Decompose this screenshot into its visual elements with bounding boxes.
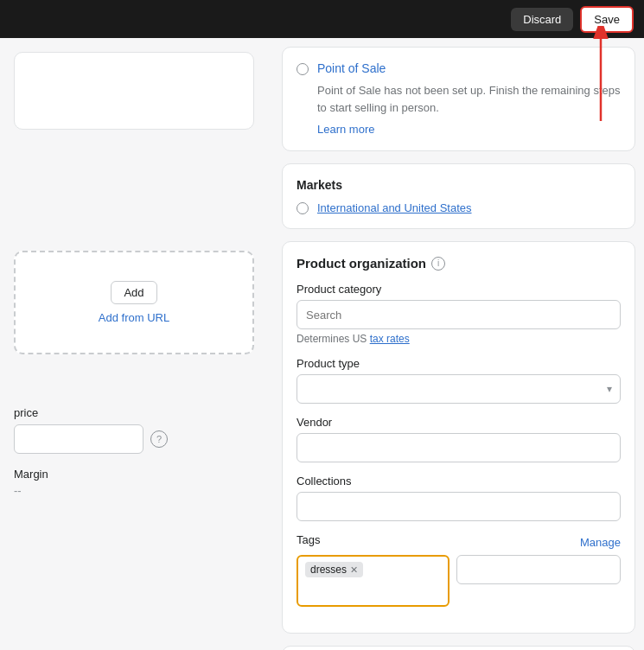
- vendor-group: Vendor: [296, 416, 621, 462]
- tag-value: dresses: [310, 564, 347, 576]
- top-bar: Discard Save: [0, 0, 644, 38]
- product-category-group: Product category Determines US tax rates: [296, 283, 621, 345]
- help-icon[interactable]: ?: [150, 430, 168, 448]
- tags-input-box[interactable]: dresses ✕: [296, 555, 450, 607]
- product-type-wrapper: ▾: [296, 374, 621, 404]
- product-category-input[interactable]: [296, 300, 621, 329]
- vendor-input[interactable]: [296, 433, 621, 462]
- margin-label: Margin: [14, 468, 254, 481]
- pos-radio[interactable]: [296, 63, 309, 75]
- tags-label: Tags: [296, 533, 320, 546]
- markets-title: Markets: [296, 178, 621, 192]
- tags-label-row: Tags Manage: [296, 533, 621, 551]
- tags-row: dresses ✕: [296, 555, 621, 607]
- price-section: price ? Margin --: [14, 406, 254, 497]
- save-button[interactable]: Save: [580, 6, 634, 33]
- tag-item: dresses ✕: [305, 562, 363, 577]
- collections-input[interactable]: [296, 492, 621, 521]
- pos-title: Point of Sale: [317, 61, 386, 75]
- market-row: International and United States: [296, 201, 621, 214]
- right-panel: Point of Sale Point of Sale has not been…: [273, 38, 644, 650]
- tag-remove-button[interactable]: ✕: [350, 564, 358, 576]
- add-from-url-link[interactable]: Add from URL: [99, 311, 169, 324]
- learn-more-link[interactable]: Learn more: [317, 123, 374, 136]
- product-type-label: Product type: [296, 357, 621, 370]
- collections-label: Collections: [296, 475, 621, 488]
- product-category-hint: Determines US tax rates: [296, 333, 621, 345]
- left-card-top: [14, 52, 254, 130]
- collections-group: Collections: [296, 475, 621, 521]
- pos-card: Point of Sale Point of Sale has not been…: [282, 47, 635, 151]
- market-item: International and United States: [317, 201, 472, 214]
- discard-button[interactable]: Discard: [511, 8, 573, 31]
- margin-value: --: [14, 484, 254, 497]
- online-store-card: Online Store: [282, 646, 635, 650]
- info-icon[interactable]: i: [431, 257, 445, 271]
- add-button[interactable]: Add: [111, 281, 156, 304]
- price-input-row: ?: [14, 424, 254, 454]
- dropdown-icon: ▾: [607, 383, 612, 395]
- markets-card: Markets International and United States: [282, 163, 635, 229]
- manage-link[interactable]: Manage: [580, 536, 621, 549]
- org-title-row: Product organization i: [296, 256, 621, 271]
- vendor-label: Vendor: [296, 416, 621, 429]
- product-org-card: Product organization i Product category …: [282, 241, 635, 634]
- tags-second-input[interactable]: [456, 555, 621, 584]
- pos-description: Point of Sale has not been set up. Finis…: [317, 82, 621, 116]
- pos-row: Point of Sale: [296, 61, 621, 75]
- market-radio[interactable]: [296, 202, 309, 214]
- left-panel: Add Add from URL price ? Margin --: [0, 38, 268, 650]
- org-title: Product organization: [296, 256, 426, 271]
- tax-rates-link[interactable]: tax rates: [370, 333, 410, 345]
- product-type-group: Product type ▾: [296, 357, 621, 404]
- product-category-label: Product category: [296, 283, 621, 296]
- media-upload-area[interactable]: Add Add from URL: [14, 251, 254, 354]
- tags-group: Tags Manage dresses ✕: [296, 533, 621, 607]
- margin-section: Margin --: [14, 468, 254, 497]
- price-input[interactable]: [14, 424, 143, 454]
- product-type-input[interactable]: [296, 374, 621, 404]
- price-label: price: [14, 406, 254, 419]
